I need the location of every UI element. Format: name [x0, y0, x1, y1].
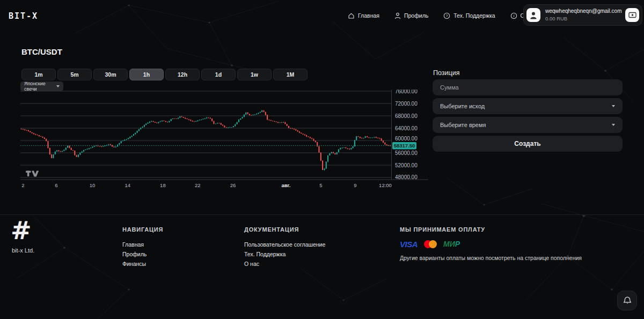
x-tick: 14: [125, 182, 130, 188]
footer-docs-title: ДОКУМЕНТАЦИЯ: [244, 226, 325, 233]
timeframe-button-1m[interactable]: 1m: [21, 69, 56, 80]
x-tick: 18: [160, 182, 166, 188]
x-tick: 12:00: [379, 182, 392, 188]
timeframe-button-12h[interactable]: 12h: [165, 69, 200, 80]
x-tick: 5: [319, 182, 322, 188]
footer-payments-column: МЫ ПРИНИМАЕМ ОПЛАТУ VISA МИР Другие вари…: [400, 226, 582, 261]
chevron-down-icon: [612, 124, 615, 126]
x-tick: 6: [55, 182, 57, 188]
brand-logo: BIT-X: [9, 11, 38, 21]
nav-label: Профиль: [404, 12, 428, 19]
create-position-label: Создать: [514, 140, 540, 147]
svg-text:?: ?: [446, 13, 448, 17]
chevron-down-icon: [56, 85, 60, 87]
user-balance: 0.00 RUB: [545, 16, 621, 21]
footer-nav-column: НАВИГАЦИЯ Главная Профиль Финансы: [122, 226, 163, 269]
timeframe-button-30m[interactable]: 30m: [93, 69, 128, 80]
time-select[interactable]: Выберите время: [433, 117, 623, 133]
user-info: weqwheqheqbneqn@gmail.com 0.00 RUB: [545, 8, 621, 21]
position-panel-title: Позиция: [433, 69, 459, 77]
nav-item-profile[interactable]: Профиль: [394, 12, 428, 19]
y-tick: 48000.00: [395, 174, 418, 180]
timeframe-buttons: 1m 5m 30m 1h 12h 1d 1w 1M: [21, 69, 308, 80]
y-tick: 56000.00: [395, 150, 418, 156]
support-icon: ?: [443, 12, 450, 19]
svg-text:i: i: [513, 13, 514, 18]
wallet-button[interactable]: [625, 8, 639, 22]
footer-nav-title: НАВИГАЦИЯ: [122, 226, 163, 233]
outcome-select-label: Выберите исход: [440, 103, 485, 109]
y-tick: 64000.00: [395, 125, 418, 131]
about-icon: i: [510, 12, 517, 19]
timeframe-button-1M[interactable]: 1M: [273, 69, 308, 80]
x-tick: 26: [230, 182, 236, 188]
x-tick: 22: [195, 182, 201, 188]
footer-link-home[interactable]: Главная: [122, 240, 163, 249]
x-tick: 9: [354, 182, 356, 188]
timeframe-button-1h[interactable]: 1h: [129, 69, 164, 80]
time-select-label: Выберите время: [440, 122, 486, 128]
page: BIT-X Главная Профиль ? Тех. Поддержка i…: [0, 0, 644, 319]
visa-icon: VISA: [400, 240, 418, 249]
page-title-pair: BTC/USDT: [21, 47, 62, 56]
footer-link-user-agreement[interactable]: Пользовательское соглашение: [244, 240, 325, 249]
x-tick-month: авг.: [282, 182, 291, 188]
footer: # bit-x Ltd. НАВИГАЦИЯ Главная Профиль Ф…: [0, 214, 644, 319]
nav-label: Главная: [358, 12, 379, 19]
user-email: weqwheqheqbneqn@gmail.com: [545, 8, 621, 14]
header: BIT-X Главная Профиль ? Тех. Поддержка i…: [0, 0, 644, 31]
y-tick: 68000.00: [395, 113, 418, 119]
candlestick-chart[interactable]: 58317.50 76000.00 72000.00 68000.00 6400…: [20, 90, 428, 192]
profile-icon: [394, 12, 401, 19]
mastercard-icon: [424, 240, 437, 248]
footer-payments-title: МЫ ПРИНИМАЕМ ОПЛАТУ: [400, 226, 582, 233]
main-nav: Главная Профиль ? Тех. Поддержка i О нас: [348, 0, 536, 31]
footer-link-about[interactable]: О нас: [244, 259, 325, 269]
current-price-line: 58317.50: [20, 142, 416, 150]
footer-link-support[interactable]: Тех. Поддержка: [244, 249, 325, 259]
current-price-label: 58317.50: [394, 143, 415, 149]
footer-link-profile[interactable]: Профиль: [122, 249, 163, 259]
y-axis-labels: 76000.00 72000.00 68000.00 64000.00 6000…: [395, 90, 418, 180]
user-account-card[interactable]: weqwheqheqbneqn@gmail.com 0.00 RUB: [523, 4, 642, 26]
footer-docs-column: ДОКУМЕНТАЦИЯ Пользовательское соглашение…: [244, 226, 325, 269]
footer-company-name: bit-x Ltd.: [12, 247, 34, 254]
nav-item-home[interactable]: Главная: [348, 12, 379, 19]
footer-hash-logo: #: [11, 216, 32, 245]
home-icon: [348, 12, 355, 19]
notifications-button[interactable]: [617, 291, 637, 310]
y-tick: 72000.00: [395, 101, 418, 107]
avatar[interactable]: [526, 8, 540, 22]
nav-item-support[interactable]: ? Тех. Поддержка: [443, 12, 495, 19]
nav-label: Тех. Поддержка: [453, 12, 495, 19]
y-tick: 60000.00: [395, 136, 418, 142]
chevron-down-icon: [612, 105, 615, 107]
tradingview-logo[interactable]: [26, 171, 39, 177]
x-tick: 2: [21, 182, 24, 188]
footer-link-finances[interactable]: Финансы: [122, 259, 163, 269]
bell-icon: [623, 296, 632, 305]
y-tick: 76000.00: [395, 90, 418, 94]
timeframe-button-1w[interactable]: 1w: [237, 69, 272, 80]
mir-icon: МИР: [443, 240, 460, 248]
outcome-select[interactable]: Выберите исход: [433, 98, 623, 114]
payments-note: Другие варианты оплаты можно посмотреть …: [400, 255, 582, 261]
y-tick: 52000.00: [395, 162, 418, 168]
create-position-button[interactable]: Создать: [433, 136, 623, 152]
amount-input[interactable]: [433, 79, 623, 95]
x-tick: 10: [90, 182, 96, 188]
user-avatar-icon: [530, 11, 537, 19]
timeframe-button-1d[interactable]: 1d: [201, 69, 236, 80]
timeframe-button-5m[interactable]: 5m: [57, 69, 92, 80]
wallet-icon: [628, 12, 636, 18]
x-axis-labels: 2 6 10 14 18 22 26 авг. 5 9 12:00: [21, 182, 392, 188]
chart-gridlines: [20, 90, 428, 180]
